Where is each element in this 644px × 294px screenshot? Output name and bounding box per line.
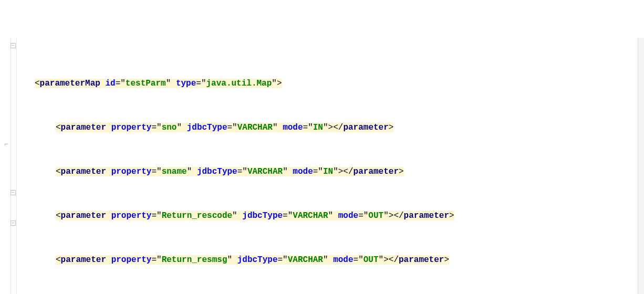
code-line[interactable]: <parameter property="sno" jdbcType="VARC… — [19, 120, 644, 135]
xml-tag: parameter — [61, 255, 106, 265]
xml-attr: property — [111, 255, 152, 265]
xml-attr: property — [111, 167, 152, 176]
code-line[interactable]: <parameter property="Return_resmsg" jdbc… — [19, 252, 644, 268]
xml-value: Return_rescode — [162, 211, 232, 220]
xml-tag: parameterMap — [40, 79, 100, 88]
xml-tag: parameter — [61, 211, 106, 220]
xml-attr: jdbcType — [197, 167, 237, 176]
xml-value: sname — [162, 167, 187, 176]
xml-punct: > — [277, 79, 282, 88]
xml-value: IN — [313, 123, 323, 132]
scrollbar-track[interactable] — [638, 38, 644, 294]
xml-tag: parameter — [354, 167, 399, 176]
gutter: − ⌐ − − ⌐ 💡 — [0, 38, 17, 294]
xml-value: Return_resmsg — [162, 255, 227, 265]
xml-value: OUT — [368, 211, 383, 220]
xml-value: OUT — [363, 255, 379, 265]
code-line[interactable]: <parameterMap id="testParm" type="java.u… — [19, 76, 644, 91]
xml-attr: property — [111, 123, 152, 132]
xml-attr: jdbcType — [237, 255, 278, 265]
xml-attr: mode — [333, 255, 353, 265]
xml-attr: id — [105, 79, 115, 88]
xml-value: VARCHAR — [247, 167, 283, 176]
xml-value: VARCHAR — [237, 123, 273, 132]
fold-icon[interactable]: − — [11, 43, 16, 48]
xml-attr: jdbcType — [187, 123, 227, 132]
code-area[interactable]: <parameterMap id="testParm" type="java.u… — [17, 38, 644, 294]
xml-tag: parameter — [343, 123, 388, 132]
fold-icon[interactable]: − — [11, 190, 16, 195]
xml-punct: < — [35, 79, 40, 88]
fold-icon[interactable]: − — [11, 220, 16, 226]
xml-attr: property — [111, 211, 152, 220]
xml-attr: mode — [338, 211, 358, 220]
xml-value: testParm — [126, 79, 166, 88]
xml-value: IN — [323, 167, 333, 176]
xml-value: VARCHAR — [293, 211, 328, 220]
xml-tag: parameter — [404, 211, 449, 220]
xml-tag: parameter — [61, 123, 106, 132]
code-line[interactable]: <parameter property="sname" jdbcType="VA… — [19, 164, 644, 180]
xml-attr: type — [176, 79, 196, 88]
xml-value: java.util.Map — [206, 79, 272, 88]
xml-attr: jdbcType — [242, 211, 283, 220]
xml-attr: mode — [293, 167, 313, 176]
xml-value: VARCHAR — [288, 255, 323, 265]
code-editor[interactable]: − ⌐ − − ⌐ 💡 <parameterMap id="testParm" … — [0, 38, 644, 294]
xml-value: sno — [162, 123, 177, 132]
xml-tag: parameter — [61, 167, 106, 176]
code-line[interactable]: <parameter property="Return_rescode" jdb… — [19, 208, 644, 224]
close-block-icon: ⌐ — [4, 141, 12, 148]
xml-attr: mode — [283, 123, 303, 132]
xml-tag: parameter — [399, 255, 444, 265]
